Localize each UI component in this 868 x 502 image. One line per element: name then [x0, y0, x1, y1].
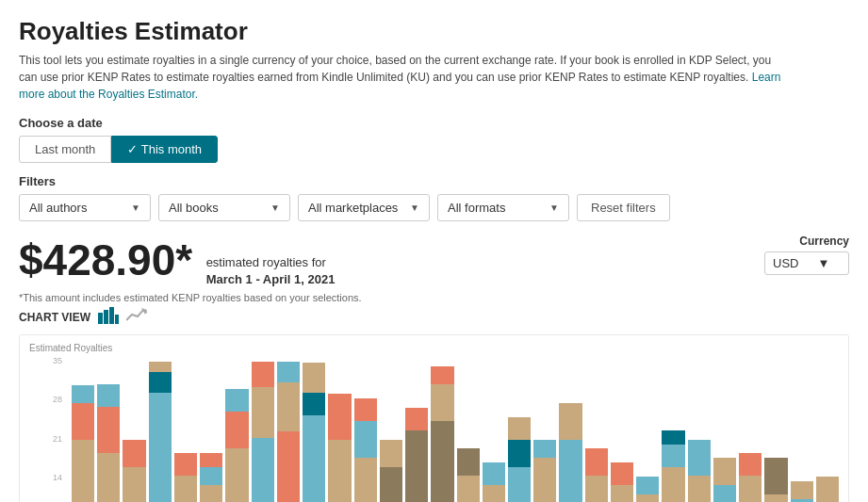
- bar-group: [662, 430, 684, 502]
- last-month-button[interactable]: Last month: [19, 136, 111, 163]
- bar-group: [585, 448, 608, 502]
- bar-segment: [585, 476, 608, 502]
- bar-group: [72, 384, 94, 502]
- bar-segment: [354, 421, 377, 458]
- books-filter[interactable]: All books ▼: [158, 194, 290, 221]
- bar-segment: [97, 384, 120, 407]
- bar-group: [816, 476, 839, 502]
- currency-section: Currency USD ▼: [764, 235, 849, 275]
- svg-rect-0: [98, 313, 103, 324]
- bar-segment: [431, 384, 453, 421]
- chart-y-axis: 7 14 21 28 35: [53, 356, 62, 502]
- bar-segment: [380, 440, 402, 467]
- bar-col: [380, 440, 402, 502]
- bar-segment: [816, 477, 839, 502]
- bar-segment: [483, 462, 505, 485]
- bar-col: [431, 366, 453, 502]
- bar-col: [508, 416, 531, 502]
- bar-group: [174, 453, 197, 502]
- bar-col: [354, 398, 377, 502]
- bar-segment: [200, 485, 222, 502]
- formats-filter[interactable]: All formats ▼: [437, 194, 569, 221]
- marketplaces-filter[interactable]: All marketplaces ▼: [298, 194, 430, 221]
- filters-section: Filters All authors ▼ All books ▼ All ma…: [19, 174, 849, 221]
- bar-col: [739, 453, 762, 502]
- bar-segment: [764, 458, 787, 494]
- filters-row: All authors ▼ All books ▼ All marketplac…: [19, 194, 849, 221]
- bar-col: [688, 440, 711, 502]
- reset-filters-button[interactable]: Reset filters: [577, 194, 670, 221]
- bar-col: [483, 462, 505, 502]
- bar-col: [611, 462, 633, 502]
- bar-segment: [328, 440, 351, 502]
- bar-segment: [303, 363, 325, 393]
- bar-segment: [252, 387, 274, 438]
- bar-col: [585, 448, 608, 502]
- royalties-note: *This amount includes estimated KENP roy…: [19, 292, 362, 303]
- filters-label: Filters: [19, 174, 849, 188]
- bar-segment: [303, 415, 325, 502]
- svg-rect-2: [109, 307, 114, 324]
- y-tick: 14: [53, 473, 62, 482]
- this-month-button[interactable]: ✓ This month: [111, 136, 218, 163]
- bar-segment: [431, 366, 453, 384]
- bar-group: [611, 462, 633, 502]
- chart-y-label: Estimated Royalties: [29, 343, 112, 353]
- authors-filter[interactable]: All authors ▼: [19, 194, 151, 221]
- bar-segment: [764, 494, 787, 502]
- currency-label: Currency: [799, 235, 849, 248]
- bar-segment: [636, 477, 659, 494]
- bar-segment: [611, 485, 633, 502]
- bar-segment: [713, 458, 736, 485]
- line-chart-icon[interactable]: [126, 307, 147, 329]
- date-section: Choose a date Last month ✓ This month: [19, 116, 849, 163]
- bar-segment: [457, 476, 480, 502]
- chevron-down-icon: ▼: [410, 202, 419, 213]
- chart-view-section: CHART VIEW: [19, 307, 849, 329]
- bar-segment: [328, 394, 351, 440]
- bar-segment: [662, 445, 684, 467]
- bar-group: [636, 476, 659, 502]
- currency-select[interactable]: USD ▼: [764, 251, 849, 275]
- bar-chart-icon[interactable]: [98, 307, 119, 329]
- bar-segment: [791, 481, 813, 499]
- bar-segment: [636, 494, 659, 502]
- bar-col: [713, 458, 736, 502]
- bar-group: [200, 453, 222, 502]
- bar-segment: [149, 393, 172, 502]
- royalties-date-range: March 1 - April 1, 2021: [206, 272, 336, 286]
- bar-segment: [354, 398, 377, 421]
- bar-group: [508, 416, 531, 502]
- description: This tool lets you estimate royalties in…: [19, 52, 792, 103]
- bar-segment: [380, 467, 402, 502]
- bar-group: [328, 394, 351, 502]
- bar-col: [764, 458, 787, 502]
- bar-segment: [225, 412, 248, 448]
- royalties-desc: estimated royalties for March 1 - April …: [206, 254, 336, 288]
- bar-group: [252, 362, 274, 502]
- bar-segment: [688, 476, 711, 502]
- bar-group: [739, 453, 762, 502]
- bar-group: [277, 362, 300, 502]
- bar-segment: [354, 458, 377, 502]
- bar-segment: [72, 385, 94, 403]
- bar-col: [200, 453, 222, 502]
- bar-segment: [739, 453, 762, 476]
- bar-col: [636, 476, 659, 502]
- chevron-down-icon: ▼: [270, 202, 280, 213]
- bar-segment: [508, 417, 531, 440]
- bar-segment: [200, 467, 222, 485]
- bar-group: [123, 440, 145, 502]
- bar-group: [764, 458, 787, 502]
- bar-segment: [72, 440, 94, 502]
- bar-segment: [662, 467, 684, 502]
- bar-segment: [225, 448, 248, 502]
- y-tick: 28: [53, 395, 62, 404]
- bar-col: [405, 408, 428, 502]
- bar-group: [225, 389, 248, 502]
- bar-group: [405, 408, 428, 502]
- y-tick: 35: [53, 356, 62, 365]
- bar-segment: [97, 453, 120, 502]
- bar-group: [791, 480, 813, 502]
- bar-segment: [713, 485, 736, 502]
